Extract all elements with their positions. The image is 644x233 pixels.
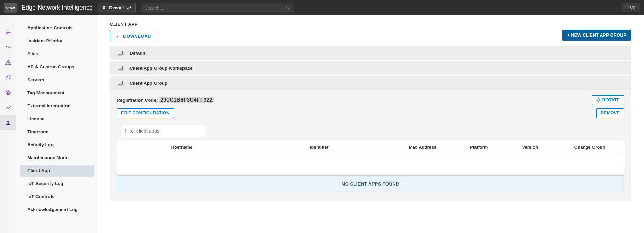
edit-configuration-button[interactable]: EDIT CONFIGURATION: [117, 108, 174, 118]
svg-point-9: [6, 91, 10, 95]
main-content: CLIENT APP DOWNLOAD + NEW CLIENT APP GRO…: [97, 15, 644, 233]
download-icon: [115, 34, 120, 39]
subnav-incident-priority[interactable]: Incident Priority: [20, 35, 94, 47]
svg-rect-16: [118, 81, 123, 84]
subnav-iot-security-log[interactable]: IoT Security Log: [20, 178, 94, 190]
table-header: Hostname Identifier Mac Address Platform…: [117, 141, 624, 153]
group-row-default[interactable]: Default: [110, 46, 631, 60]
icon-rail: [0, 15, 16, 233]
subnav-iot-controls[interactable]: IoT Controls: [20, 191, 94, 203]
subnav-application-controls[interactable]: Application Controls: [20, 22, 94, 34]
svg-point-11: [7, 121, 9, 123]
rail-trend[interactable]: [0, 100, 16, 115]
subnav-client-app[interactable]: Client App: [20, 165, 94, 177]
svg-point-10: [7, 92, 9, 94]
target-icon: [5, 90, 11, 96]
scope-label: Overall: [109, 5, 124, 10]
subnav-activity-log[interactable]: Activity Log: [20, 139, 94, 151]
download-label: DOWNLOAD: [123, 33, 151, 39]
subnav-sites[interactable]: Sites: [20, 48, 94, 60]
subnav-external-integration[interactable]: External Integration: [20, 100, 94, 112]
search-box[interactable]: [141, 3, 294, 13]
user-icon: [5, 120, 11, 126]
svg-rect-14: [118, 66, 123, 69]
laptop-icon: [117, 80, 124, 86]
rail-target[interactable]: [0, 85, 16, 100]
subnav-license[interactable]: License: [20, 113, 94, 125]
svg-point-5: [8, 64, 8, 64]
search-input[interactable]: [144, 5, 283, 11]
col-platform: Platform: [453, 145, 504, 150]
laptop-icon: [117, 65, 124, 71]
live-badge: LIVE: [622, 3, 640, 12]
remove-button[interactable]: REMOVE: [596, 108, 624, 118]
group-name: Client App Group: [130, 81, 167, 86]
col-mac: Mac Address: [392, 145, 453, 150]
search-icon: [286, 5, 290, 10]
sub-nav: Application Controls Incident Priority S…: [16, 15, 97, 233]
rail-alerts[interactable]: [0, 55, 16, 70]
trend-icon: [5, 105, 11, 111]
app-title: Edge Network Intelligence: [21, 4, 93, 11]
bars-icon: [5, 74, 11, 81]
brand-logo: vmw: [4, 3, 17, 13]
gauge-icon: [5, 44, 11, 51]
registration-code-label: Registration Code:: [117, 98, 158, 103]
subnav-servers[interactable]: Servers: [20, 74, 94, 86]
subnav-timezone[interactable]: Timezone: [20, 126, 94, 138]
topbar: vmw Edge Network Intelligence Overall LI…: [0, 0, 644, 15]
filter-client-apps-input[interactable]: [121, 125, 206, 137]
alert-icon: [5, 59, 11, 66]
client-apps-table: Hostname Identifier Mac Address Platform…: [117, 141, 624, 174]
subnav-ap-custom-groups[interactable]: AP & Custom Groups: [20, 61, 94, 73]
subnav-maintenance-mode[interactable]: Maintenance Mode: [20, 152, 94, 164]
laptop-icon: [117, 50, 124, 56]
refresh-icon: [596, 98, 600, 102]
group-row-expanded[interactable]: Client App Group: [110, 76, 631, 90]
pin-icon: [102, 5, 106, 10]
group-name: Default: [130, 51, 145, 56]
svg-rect-12: [118, 51, 123, 54]
rail-menu[interactable]: [0, 25, 16, 40]
col-hostname: Hostname: [117, 145, 247, 150]
col-version: Version: [504, 145, 556, 150]
scope-selector[interactable]: Overall: [98, 3, 136, 13]
col-identifier: Identifier: [247, 145, 392, 150]
swap-icon: [127, 5, 131, 10]
rail-admin[interactable]: [0, 115, 16, 130]
rotate-button[interactable]: ROTATE: [592, 95, 624, 105]
rail-analytics[interactable]: [0, 70, 16, 85]
group-row-workspace[interactable]: Client App Group workspace: [110, 61, 631, 75]
subnav-acknowledgement-log[interactable]: Acknowledgement Log: [20, 204, 94, 216]
svg-line-3: [8, 47, 9, 48]
rotate-label: ROTATE: [602, 98, 620, 102]
registration-code-value: 290C1B6F3C4FF322: [159, 97, 214, 103]
menu-icon: [5, 29, 11, 36]
page-title: CLIENT APP: [110, 22, 631, 27]
new-client-app-group-button[interactable]: + NEW CLIENT APP GROUP: [562, 30, 631, 41]
subnav-tag-management[interactable]: Tag Management: [20, 87, 94, 99]
download-button[interactable]: DOWNLOAD: [110, 31, 156, 41]
col-change: Change Group: [556, 145, 624, 150]
group-body: Registration Code: 290C1B6F3C4FF322 ROTA…: [110, 90, 631, 201]
rail-dashboard[interactable]: [0, 40, 16, 55]
empty-state-banner: NO CLIENT APPS FOUND: [117, 175, 624, 192]
group-name: Client App Group workspace: [130, 66, 193, 71]
